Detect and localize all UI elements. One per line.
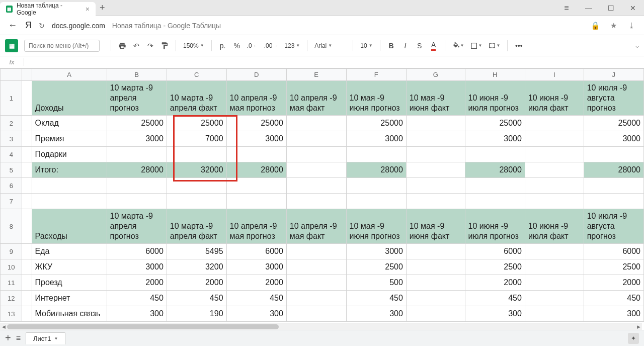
cell[interactable]: 10 июня -9 июля прогноз [465, 209, 525, 244]
decrease-decimal-button[interactable]: .0← [245, 42, 260, 49]
cell[interactable]: Подарки [32, 147, 107, 162]
row-header[interactable]: 9 [1, 244, 22, 259]
col-header[interactable]: I [525, 69, 584, 81]
cell[interactable]: 300 [346, 306, 406, 322]
sheet-tab[interactable]: Лист1 ▼ [26, 332, 65, 344]
add-sheet-button[interactable]: + [5, 332, 11, 344]
close-window-icon[interactable]: ✕ [622, 0, 644, 16]
cell[interactable]: 28000 [226, 162, 286, 178]
cell[interactable]: 25000 [167, 116, 226, 131]
row-header[interactable]: 7 [1, 194, 22, 209]
row-header[interactable]: 10 [1, 259, 22, 275]
formula-bar[interactable]: fx [0, 56, 644, 68]
number-format-select[interactable]: 123▼ [282, 42, 302, 49]
undo-icon[interactable]: ↶ [130, 40, 142, 52]
cell[interactable]: 10 марта -9 апреля факт [167, 81, 226, 116]
col-header[interactable]: F [346, 69, 406, 81]
new-tab-button[interactable]: + [100, 3, 105, 13]
cell[interactable]: 2000 [107, 275, 167, 291]
cell[interactable] [286, 116, 346, 131]
cell[interactable]: 450 [584, 291, 643, 306]
browser-tab[interactable]: ▦ Новая таблица - Google × [0, 2, 96, 16]
zoom-select[interactable]: 150%▼ [181, 42, 206, 49]
scroll-left-icon[interactable]: ◀ [0, 323, 7, 330]
cell[interactable]: 450 [107, 291, 167, 306]
increase-decimal-button[interactable]: .00→ [262, 42, 281, 49]
cell[interactable]: 7000 [167, 131, 226, 147]
scrollbar-thumb[interactable] [7, 324, 279, 329]
cell[interactable]: 2000 [226, 275, 286, 291]
cell[interactable]: 3000 [107, 131, 167, 147]
merge-button[interactable]: ▼ [486, 40, 502, 52]
all-sheets-icon[interactable]: ≡ [16, 334, 21, 343]
cell[interactable]: 6000 [584, 244, 643, 259]
col-header[interactable]: E [286, 69, 346, 81]
cell[interactable]: Итого: [32, 162, 107, 178]
cell[interactable]: 10 июля -9 августа прогноз [584, 209, 643, 244]
cell[interactable]: 6000 [107, 244, 167, 259]
cell[interactable]: 6000 [465, 244, 525, 259]
cell[interactable]: 5495 [167, 244, 226, 259]
row-header[interactable]: 3 [1, 131, 22, 147]
cell[interactable]: ЖКУ [32, 259, 107, 275]
cell[interactable]: 450 [465, 291, 525, 306]
cell[interactable]: Премия [32, 131, 107, 147]
spreadsheet-grid[interactable]: A B C D E F G H I J 1 Доходы 10 марта -9… [0, 68, 644, 322]
cell[interactable]: 190 [167, 306, 226, 322]
currency-button[interactable]: р. [217, 40, 229, 52]
cell[interactable]: 3000 [226, 259, 286, 275]
cell[interactable]: 10 марта -9 апреля факт [167, 209, 226, 244]
redo-icon[interactable]: ↷ [144, 40, 156, 52]
explore-button[interactable]: ✦ [628, 333, 639, 344]
row-header[interactable]: 13 [1, 306, 22, 322]
cell[interactable]: 10 апреля -9 мая факт [286, 209, 346, 244]
cell[interactable]: 28000 [584, 162, 643, 178]
reload-icon[interactable]: ↻ [39, 22, 45, 30]
row-header[interactable]: 2 [1, 116, 22, 131]
cell[interactable]: 450 [226, 291, 286, 306]
cell[interactable]: 3000 [346, 244, 406, 259]
cell[interactable] [406, 116, 465, 131]
cell[interactable]: 10 июня -9 июля факт [525, 81, 584, 116]
sheet-tab-menu-icon[interactable]: ▼ [54, 336, 58, 341]
col-header[interactable]: G [406, 69, 465, 81]
cell[interactable] [406, 162, 465, 178]
cell[interactable]: 10 апреля -9 мая прогноз [226, 209, 286, 244]
cell[interactable]: 28000 [107, 162, 167, 178]
row-header[interactable]: 6 [1, 178, 22, 194]
cell[interactable]: 300 [584, 306, 643, 322]
cell[interactable]: 2000 [465, 275, 525, 291]
cell[interactable] [286, 162, 346, 178]
col-header[interactable]: C [167, 69, 226, 81]
cell[interactable]: 32000 [167, 162, 226, 178]
italic-button[interactable]: I [399, 40, 412, 52]
cell[interactable]: 25000 [346, 116, 406, 131]
cell[interactable]: 2000 [584, 275, 643, 291]
scroll-right-icon[interactable]: ▶ [635, 323, 642, 330]
cell[interactable]: 3000 [226, 131, 286, 147]
col-header[interactable]: A [32, 69, 107, 81]
cell[interactable]: Оклад [32, 116, 107, 131]
paint-format-icon[interactable] [158, 40, 171, 52]
row-header[interactable]: 4 [1, 147, 22, 162]
col-header[interactable]: J [584, 69, 643, 81]
menu-search-input[interactable] [24, 40, 100, 52]
cell[interactable]: 3000 [346, 131, 406, 147]
cell[interactable]: 10 апреля -9 мая факт [286, 81, 346, 116]
bold-button[interactable]: B [385, 40, 397, 52]
cell[interactable]: 10 марта -9 апреля прогноз [107, 209, 167, 244]
cell[interactable]: 300 [226, 306, 286, 322]
row-header[interactable]: 8 [1, 209, 22, 244]
cell[interactable]: 3200 [167, 259, 226, 275]
cell[interactable]: Проезд [32, 275, 107, 291]
strikethrough-button[interactable]: S [414, 40, 426, 52]
cell[interactable]: 3000 [465, 131, 525, 147]
yandex-logo-icon[interactable]: Я [25, 20, 32, 31]
cell[interactable]: 300 [465, 306, 525, 322]
fill-color-button[interactable]: ▼ [450, 40, 466, 52]
cell[interactable]: 28000 [346, 162, 406, 178]
sheets-logo-icon[interactable]: ▦ [5, 39, 18, 52]
row-header[interactable]: 5 [1, 162, 22, 178]
select-all-corner[interactable] [1, 69, 22, 81]
percent-button[interactable]: % [231, 40, 243, 52]
